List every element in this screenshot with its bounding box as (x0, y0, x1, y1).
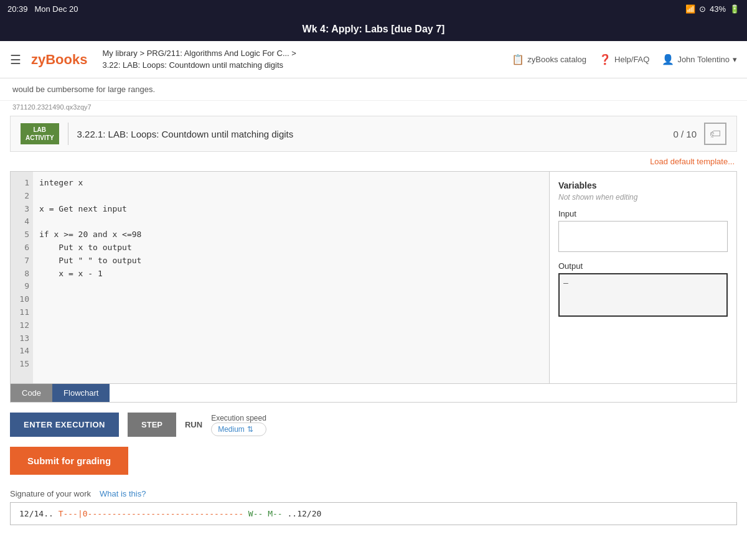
wifi-icon: 📶 (685, 4, 695, 14)
submit-section: Submit for grading (0, 447, 747, 483)
help-label: Help/FAQ (614, 55, 649, 64)
tab-flowchart[interactable]: Flowchart (52, 384, 110, 402)
breadcrumb-course[interactable]: PRG/211: Algorithms And Logic For C... (147, 49, 289, 58)
load-template-link[interactable]: Load default template... (0, 152, 747, 171)
app-header: ☰ zyBooks My library > PRG/211: Algorith… (0, 41, 747, 78)
submit-grading-button[interactable]: Submit for grading (10, 447, 128, 475)
catalog-icon: 📋 (512, 54, 524, 65)
signature-label: Signature of your work (10, 489, 91, 498)
question-id: 371120.2321490.qx3zqy7 (0, 101, 747, 116)
lab-score: 0 / 10 (673, 129, 697, 139)
line-numbers: 12345 678910 1112131415 (11, 172, 33, 383)
lab-activity-badge: LAB ACTIVITY (21, 123, 59, 144)
help-button[interactable]: ❓ Help/FAQ (599, 54, 649, 65)
catalog-button[interactable]: 📋 zyBooks catalog (512, 54, 586, 65)
sort-icon: ⇅ (247, 425, 253, 434)
signature-box: 12/14.. T---|0--------------------------… (10, 502, 737, 525)
enter-execution-button[interactable]: ENTER EXECUTION (10, 413, 119, 437)
score-badge: 🏷 (704, 123, 726, 145)
speed-value: Medium (218, 425, 245, 434)
code-content[interactable]: integer x x = Get next input if x >= 20 … (33, 172, 549, 383)
location-icon: ⊙ (699, 4, 706, 14)
input-field[interactable] (558, 221, 728, 252)
lab-main: 12345 678910 1112131415 integer x x = Ge… (10, 171, 737, 384)
chevron-down-icon: ▾ (733, 55, 737, 64)
input-label: Input (558, 209, 728, 218)
lab-activity-header: LAB ACTIVITY 3.22.1: LAB: Loops: Countdo… (10, 116, 737, 152)
output-display: – (558, 273, 728, 317)
zybooks-logo[interactable]: zyBooks (31, 52, 87, 68)
lab-title: 3.22.1: LAB: Loops: Countdown until matc… (77, 129, 674, 139)
io-panel: Variables Not shown when editing Input O… (550, 172, 736, 383)
execution-speed-label: Execution speed (211, 414, 266, 422)
page-title-bar: Wk 4: Apply: Labs [due Day 7] (0, 17, 747, 41)
user-icon: 👤 (662, 54, 674, 65)
status-right: 📶 ⊙ 43% 🔋 (685, 4, 740, 14)
execution-controls: ENTER EXECUTION STEP RUN Execution speed… (0, 403, 747, 447)
what-is-this-link[interactable]: What is this? (100, 489, 146, 498)
status-bar: 20:39 Mon Dec 20 📶 ⊙ 43% 🔋 (0, 0, 747, 17)
catalog-label: zyBooks catalog (527, 55, 586, 64)
lab-divider (68, 123, 68, 145)
status-time-day: 20:39 Mon Dec 20 (7, 4, 78, 14)
hamburger-menu-icon[interactable]: ☰ (10, 52, 21, 67)
breadcrumb: My library > PRG/211: Algorithms And Log… (102, 48, 296, 70)
description-text: would be cumbersome for large ranges. (0, 78, 747, 101)
page-title: Wk 4: Apply: Labs [due Day 7] (303, 24, 445, 34)
battery-icon: 🔋 (730, 4, 740, 14)
variables-title: Variables (558, 180, 728, 190)
help-icon: ❓ (599, 54, 611, 65)
variables-note: Not shown when editing (558, 193, 728, 202)
bookmark-icon: 🏷 (710, 128, 721, 141)
editor-tabs: Code Flowchart (10, 384, 737, 403)
battery-label: 43% (710, 4, 726, 14)
signature-section: Signature of your work What is this? 12/… (0, 483, 747, 531)
output-label: Output (558, 261, 728, 271)
code-editor[interactable]: 12345 678910 1112131415 integer x x = Ge… (11, 172, 550, 383)
user-name: John Tolentino (677, 55, 730, 64)
step-button[interactable]: STEP (128, 413, 176, 437)
execution-speed-select[interactable]: Medium ⇅ (211, 422, 266, 436)
breadcrumb-section[interactable]: 3.22: LAB: Loops: Countdown until matchi… (102, 60, 283, 70)
run-button[interactable]: RUN (185, 420, 202, 429)
breadcrumb-my-library[interactable]: My library (102, 49, 137, 58)
execution-speed-container: Execution speed Medium ⇅ (211, 414, 266, 436)
header-right: 📋 zyBooks catalog ❓ Help/FAQ 👤 John Tole… (512, 54, 737, 65)
tab-code[interactable]: Code (11, 384, 52, 402)
content-area: would be cumbersome for large ranges. 37… (0, 78, 747, 560)
user-menu[interactable]: 👤 John Tolentino ▾ (662, 54, 737, 65)
